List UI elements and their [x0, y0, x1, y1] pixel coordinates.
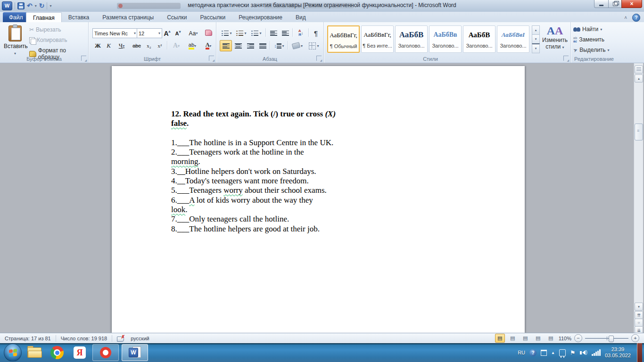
replace-button[interactable]: abac Заменить: [573, 36, 604, 43]
font-color-button[interactable]: А▾: [201, 40, 216, 51]
paste-button[interactable]: Вставить ▾: [4, 25, 26, 59]
document-line[interactable]: 6.___A lot of kids worry about the way t…: [171, 196, 336, 205]
change-styles-button[interactable]: АА Изменить стили ▾: [540, 25, 570, 59]
document-line[interactable]: 4.__Today's teenagers want more freedom.: [171, 176, 336, 186]
shrink-font-button[interactable]: А▾: [173, 28, 183, 39]
cut-button[interactable]: ✂ Вырезать: [29, 26, 61, 33]
document-line[interactable]: 5.___Teenagers worry about their school …: [171, 186, 336, 195]
scroll-down-button[interactable]: ▾: [635, 303, 643, 311]
view-web-layout-button[interactable]: ▤: [520, 334, 530, 343]
scroll-up-button[interactable]: ▴: [635, 74, 643, 82]
select-button[interactable]: ➤ Выделить ▾: [573, 47, 610, 53]
action-center-flag-icon[interactable]: ⚑: [570, 349, 576, 356]
tab-references[interactable]: Ссылки: [160, 12, 193, 22]
language-switcher[interactable]: RU: [518, 350, 525, 355]
style-card-3[interactable]: АаБбВЗаголово...: [395, 25, 428, 53]
vertical-scrollbar[interactable]: ▴ ▾ ⇈ ○ ⇊: [634, 63, 643, 333]
ruler-toggle-button[interactable]: [635, 66, 643, 74]
document-line[interactable]: [171, 129, 336, 138]
align-right-button[interactable]: [244, 40, 256, 51]
text-effects-button[interactable]: А▾: [169, 40, 184, 51]
clipboard-dialog-launcher[interactable]: [81, 56, 86, 61]
tab-review[interactable]: Рецензирование: [232, 12, 289, 22]
document-line[interactable]: 1.___The hotline is in a Support Centre …: [171, 138, 336, 148]
tab-page-layout[interactable]: Разметка страницы: [96, 12, 160, 22]
bold-button[interactable]: Ж: [92, 40, 103, 51]
next-page-button[interactable]: ⇊: [635, 326, 643, 333]
document-line[interactable]: 7.___Only teenagers call the hotline.: [171, 214, 336, 224]
clock[interactable]: 23:39 03.05.2022: [605, 346, 631, 359]
taskbar-opera-button[interactable]: [92, 344, 119, 361]
document-line[interactable]: 12. Read the text again. Tick (/) true o…: [171, 109, 336, 119]
style-card-6[interactable]: АаБбВвІЗаголово...: [497, 25, 529, 53]
multilevel-list-button[interactable]: ▾: [249, 27, 264, 39]
paragraph-dialog-launcher[interactable]: [316, 56, 322, 61]
underline-button[interactable]: Ч▾: [114, 40, 129, 51]
find-button[interactable]: Найти ▾: [573, 26, 602, 33]
collapse-ribbon-icon[interactable]: ˄: [624, 15, 627, 20]
zoom-slider-thumb[interactable]: [609, 336, 614, 342]
select-browse-object-button[interactable]: ○: [635, 319, 643, 327]
taskbar-chrome-button[interactable]: [47, 344, 67, 362]
style-card-5[interactable]: АаБбВЗаголово...: [463, 25, 495, 53]
scrollbar-thumb[interactable]: [635, 123, 643, 140]
font-dialog-launcher[interactable]: [209, 56, 214, 61]
view-print-layout-button[interactable]: ▤: [495, 334, 505, 343]
start-button[interactable]: [4, 344, 22, 362]
bullets-button[interactable]: ▾: [220, 27, 234, 39]
view-outline-button[interactable]: ▤: [533, 334, 543, 343]
zoom-level[interactable]: 110%: [559, 336, 571, 341]
numbering-button[interactable]: ▾: [234, 27, 248, 39]
show-hidden-icons-button[interactable]: ▲: [551, 351, 555, 355]
change-case-button[interactable]: Аа▾: [186, 28, 201, 39]
document-line[interactable]: look.: [171, 205, 336, 214]
tab-view[interactable]: Вид: [289, 12, 313, 22]
document-page[interactable]: 12. Read the text again. Tick (/) true o…: [112, 66, 525, 333]
styles-scroll-up-button[interactable]: ▴: [532, 25, 540, 35]
tab-insert[interactable]: Вставка: [62, 12, 96, 22]
shading-button[interactable]: ▾: [289, 40, 305, 51]
highlight-color-button[interactable]: ab▾: [184, 40, 200, 51]
tab-file[interactable]: Файл: [3, 12, 29, 22]
taskbar-yandex-button[interactable]: Я: [70, 344, 90, 362]
document-line[interactable]: 3.__Hotline helpers don't work on Saturd…: [171, 167, 336, 176]
close-button[interactable]: ×: [621, 0, 642, 8]
subscript-button[interactable]: х₂: [143, 40, 155, 51]
style-card-2[interactable]: АаБбВвГг,¶ Без инте...: [361, 25, 394, 53]
network-signal-icon[interactable]: [592, 349, 601, 356]
view-fullscreen-reading-button[interactable]: ▤: [508, 334, 518, 343]
tab-home[interactable]: Главная: [26, 12, 62, 23]
restore-button[interactable]: [609, 0, 621, 8]
sort-button[interactable]: АЯ↓: [294, 27, 307, 39]
copy-button[interactable]: Копировать: [29, 37, 67, 43]
help-icon[interactable]: ?: [632, 14, 640, 22]
show-desktop-button[interactable]: [637, 343, 642, 362]
spellcheck-icon[interactable]: ✗: [117, 336, 124, 341]
tray-help-icon[interactable]: ?: [529, 349, 537, 356]
tab-mailings[interactable]: Рассылки: [193, 12, 232, 22]
taskbar-explorer-button[interactable]: [25, 344, 44, 362]
tray-window-icon[interactable]: [541, 350, 547, 356]
italic-button[interactable]: К: [103, 40, 114, 51]
styles-scroll-down-button[interactable]: ▾: [532, 34, 540, 44]
borders-button[interactable]: ▾: [306, 40, 322, 51]
align-center-button[interactable]: [232, 40, 244, 51]
grow-font-button[interactable]: А▴: [162, 28, 173, 39]
zoom-in-button[interactable]: +: [631, 334, 639, 342]
document-line[interactable]: 8.___The hotline helpers are good at the…: [171, 224, 336, 234]
word-count[interactable]: Число слов: 19 918: [56, 336, 112, 341]
line-spacing-button[interactable]: ↕▾: [272, 40, 287, 51]
zoom-slider[interactable]: [585, 335, 628, 342]
clear-formatting-button[interactable]: [203, 27, 214, 38]
document-line[interactable]: false.: [171, 119, 336, 128]
language-indicator[interactable]: русский: [126, 336, 154, 341]
justify-button[interactable]: [256, 40, 269, 51]
increase-indent-button[interactable]: [279, 27, 291, 39]
superscript-button[interactable]: х²: [154, 40, 165, 51]
taskbar-word-button[interactable]: W: [122, 344, 148, 361]
document-line[interactable]: morning.: [171, 157, 336, 166]
strikethrough-button[interactable]: abc: [130, 40, 143, 51]
device-icon[interactable]: [559, 349, 566, 356]
previous-page-button[interactable]: ⇈: [635, 311, 643, 319]
align-left-button[interactable]: [220, 40, 232, 51]
